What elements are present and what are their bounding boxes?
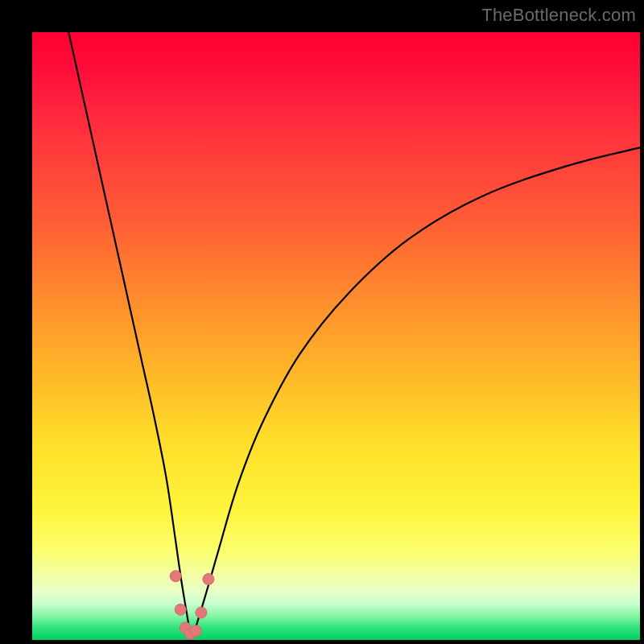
trough-marker	[190, 625, 201, 637]
trough-markers-group	[170, 571, 214, 640]
trough-marker	[196, 607, 207, 618]
bottleneck-curve	[68, 32, 640, 637]
trough-marker	[203, 574, 214, 585]
chart-frame: TheBottleneck.com	[0, 0, 644, 644]
plot-area	[32, 32, 640, 640]
chart-svg	[32, 32, 640, 640]
trough-marker	[170, 571, 181, 582]
trough-marker	[175, 604, 186, 615]
watermark-text: TheBottleneck.com	[481, 5, 636, 26]
